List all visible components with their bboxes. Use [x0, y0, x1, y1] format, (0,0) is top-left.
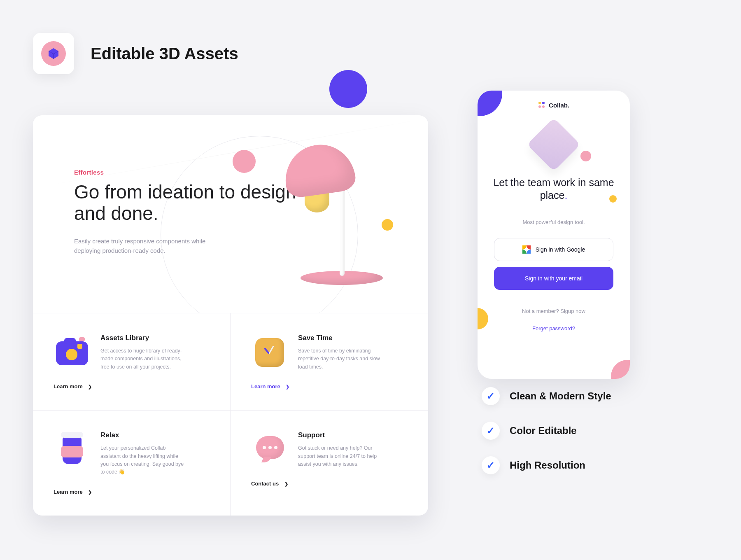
google-signin-button[interactable]: Sign in with Google	[494, 238, 613, 261]
decorative-circle-icon	[329, 70, 367, 108]
learn-more-link[interactable]: Learn more ❯	[54, 489, 205, 495]
clock-icon	[251, 334, 288, 371]
bullet-label: Color Editable	[510, 425, 577, 436]
decorative-corner-icon	[611, 360, 630, 379]
mobile-hero	[478, 118, 630, 171]
mobile-preview-card: Collab. Let the team work in same place.…	[478, 91, 630, 379]
bullet-label: Clean & Modern Style	[510, 390, 611, 402]
page-header: Editable 3D Assets	[0, 0, 741, 74]
header-icon-box	[33, 33, 74, 74]
bullet-item: ✓ Color Editable	[482, 422, 611, 440]
check-icon: ✓	[482, 387, 500, 405]
landing-card: Effortless Go from ideation to design an…	[33, 115, 428, 516]
check-icon: ✓	[482, 422, 500, 440]
brand-dots-icon	[538, 101, 545, 109]
learn-more-link[interactable]: Learn more ❯	[251, 383, 403, 390]
mobile-headline-period: .	[564, 189, 567, 201]
google-icon	[522, 245, 531, 254]
cube-icon	[41, 41, 66, 66]
mobile-headline: Let the team work in same place.	[490, 176, 618, 202]
desk-lamp-icon	[272, 136, 379, 301]
chat-bubble-icon	[251, 431, 288, 468]
check-icon: ✓	[482, 456, 500, 474]
feature-desc: Got stuck or need any help? Our support …	[298, 444, 384, 468]
brand-logo: Collab.	[478, 101, 630, 109]
email-signin-label: Sign in with your email	[525, 275, 583, 282]
feature-title: Assets Library	[100, 334, 187, 342]
feature-title: Save Time	[298, 334, 384, 342]
bullet-item: ✓ High Resolution	[482, 456, 611, 474]
google-signin-label: Sign in with Google	[536, 246, 585, 253]
glass-cube-icon	[527, 118, 580, 171]
hero-section: Effortless Go from ideation to design an…	[33, 115, 428, 313]
email-signin-button[interactable]: Sign in with your email	[494, 267, 613, 290]
learn-more-link[interactable]: Learn more ❯	[54, 383, 205, 390]
chevron-right-icon: ❯	[286, 384, 289, 389]
feature-title: Support	[298, 431, 384, 439]
pink-dot-icon	[233, 150, 256, 173]
chevron-right-icon: ❯	[88, 490, 92, 495]
yellow-dot-icon	[382, 219, 393, 231]
coffee-cup-icon	[54, 431, 91, 468]
feature-action-label: Learn more	[251, 383, 280, 390]
chevron-right-icon: ❯	[88, 384, 92, 389]
feature-title: Relax	[100, 431, 187, 439]
features-grid: Assets Library Get access to huge librar…	[33, 313, 428, 516]
chevron-right-icon: ❯	[284, 481, 288, 486]
contact-us-link[interactable]: Contact us ❯	[251, 481, 403, 487]
feature-bullets: ✓ Clean & Modern Style ✓ Color Editable …	[482, 387, 611, 474]
pink-dot-icon	[580, 151, 591, 161]
feature-action-label: Contact us	[251, 481, 279, 487]
feature-save-time: Save Time Save tons of time by eliminati…	[231, 313, 428, 411]
feature-action-label: Learn more	[54, 383, 83, 390]
signup-text[interactable]: Not a member? Sigup now	[478, 308, 630, 314]
brand-label: Collab.	[549, 102, 569, 109]
feature-desc: Let your personalized Collab assistant d…	[100, 444, 187, 476]
bullet-label: High Resolution	[510, 460, 585, 471]
page-title: Editable 3D Assets	[91, 44, 238, 63]
feature-support: Support Got stuck or need any help? Our …	[231, 411, 428, 516]
camera-icon	[54, 334, 91, 371]
feature-action-label: Learn more	[54, 489, 83, 495]
bullet-item: ✓ Clean & Modern Style	[482, 387, 611, 405]
mobile-headline-text: Let the team work in same place	[493, 177, 614, 201]
mobile-subcopy: Most powerful design tool.	[478, 219, 630, 225]
feature-desc: Save tons of time by eliminating repetit…	[298, 347, 384, 371]
feature-assets-library: Assets Library Get access to huge librar…	[33, 313, 231, 411]
forgot-password-link[interactable]: Forget password?	[478, 325, 630, 331]
feature-relax: Relax Let your personalized Collab assis…	[33, 411, 231, 516]
feature-desc: Get access to huge library of ready-made…	[100, 347, 187, 371]
